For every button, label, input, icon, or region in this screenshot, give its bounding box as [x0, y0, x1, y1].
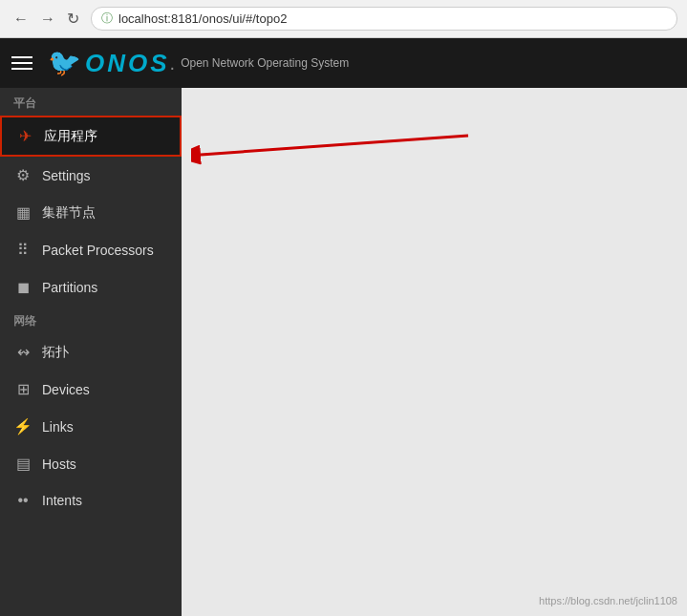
packet-processors-icon: ⠿: [13, 241, 32, 259]
logo-dot: .: [170, 53, 176, 74]
devices-icon: ⊞: [13, 380, 32, 398]
sidebar-item-links[interactable]: ⚡ Links: [0, 408, 182, 445]
intents-label: Intents: [42, 493, 168, 508]
browser-chrome: ← → ↻ ⓘ localhost:8181/onos/ui/#/topo2: [0, 0, 687, 38]
sidebar-item-apps[interactable]: ✈ 应用程序: [0, 116, 182, 157]
links-label: Links: [42, 419, 168, 435]
hamburger-menu[interactable]: [11, 56, 32, 70]
nav-buttons: ← → ↻: [10, 8, 83, 30]
devices-label: Devices: [42, 382, 168, 397]
cluster-icon: ▦: [13, 203, 32, 222]
content-area: https://blog.csdn.net/jclin1108: [182, 88, 687, 616]
logo-tagline: Open Network Operating System: [181, 56, 349, 70]
settings-icon: ⚙: [13, 166, 32, 184]
hosts-label: Hosts: [42, 457, 168, 472]
sidebar-item-packet-processors[interactable]: ⠿ Packet Processors: [0, 231, 182, 268]
sidebar-item-cluster[interactable]: ▦ 集群节点: [0, 194, 182, 231]
settings-label: Settings: [42, 168, 168, 183]
sidebar-item-partitions[interactable]: ◼ Partitions: [0, 268, 182, 306]
app-container: 🐦 ONOS . Open Network Operating System 平…: [0, 38, 687, 616]
url-text: localhost:8181/onos/ui/#/topo2: [118, 11, 287, 26]
topo-icon: ↭: [13, 343, 32, 361]
sidebar-section-network: 网络: [0, 306, 182, 333]
main-area: 平台 ✈ 应用程序 ⚙ Settings ▦ 集群节点 ⠿ Packet Pro…: [0, 88, 687, 616]
sidebar-item-devices[interactable]: ⊞ Devices: [0, 371, 182, 408]
reload-button[interactable]: ↻: [63, 8, 83, 30]
logo-area: 🐦 ONOS . Open Network Operating System: [48, 49, 349, 78]
partitions-icon: ◼: [13, 278, 32, 296]
intents-icon: ••: [13, 492, 32, 509]
sidebar-section-platform: 平台: [0, 88, 182, 116]
sidebar: 平台 ✈ 应用程序 ⚙ Settings ▦ 集群节点 ⠿ Packet Pro…: [0, 88, 182, 616]
logo-onos-text: ONOS: [85, 49, 170, 78]
sidebar-item-topo[interactable]: ↭ 拓扑: [0, 333, 182, 371]
logo-bird-icon: 🐦: [48, 50, 81, 76]
svg-line-1: [201, 136, 468, 155]
hosts-icon: ▤: [13, 455, 32, 473]
lock-icon: ⓘ: [101, 11, 113, 27]
apps-icon: ✈: [15, 127, 34, 145]
back-button[interactable]: ←: [10, 9, 32, 30]
sidebar-item-hosts[interactable]: ▤ Hosts: [0, 445, 182, 482]
sidebar-item-intents[interactable]: •• Intents: [0, 482, 182, 519]
cluster-label: 集群节点: [42, 204, 168, 222]
apps-label: 应用程序: [44, 128, 166, 145]
links-icon: ⚡: [13, 417, 32, 435]
topo-label: 拓扑: [42, 344, 168, 361]
annotation-arrow: [191, 117, 478, 193]
address-bar[interactable]: ⓘ localhost:8181/onos/ui/#/topo2: [91, 7, 677, 31]
top-navbar: 🐦 ONOS . Open Network Operating System: [0, 38, 687, 88]
forward-button[interactable]: →: [36, 9, 59, 30]
packet-processors-label: Packet Processors: [42, 243, 168, 258]
partitions-label: Partitions: [42, 280, 168, 295]
watermark: https://blog.csdn.net/jclin1108: [539, 595, 677, 606]
sidebar-item-settings[interactable]: ⚙ Settings: [0, 157, 182, 194]
